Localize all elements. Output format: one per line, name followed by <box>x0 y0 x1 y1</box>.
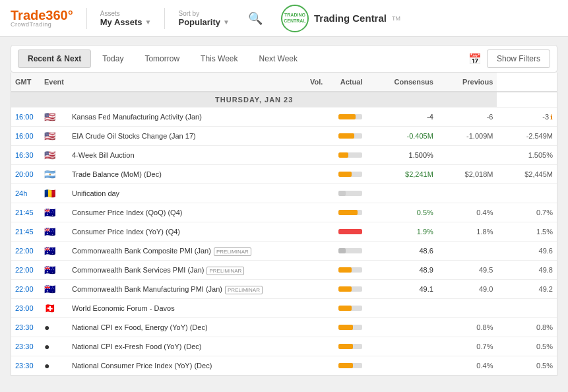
event-vol <box>327 356 366 376</box>
event-flag: 🇦🇺 <box>40 203 68 222</box>
show-filters-button[interactable]: Show Filters <box>487 49 550 68</box>
event-name: Commonwealth Bank Manufacturing PMI (Jan… <box>68 280 327 299</box>
event-time: 16:00 <box>11 108 40 127</box>
event-previous: 1.5% <box>497 222 557 242</box>
event-vol <box>327 222 366 242</box>
event-flag: 🇺🇸 <box>40 146 68 165</box>
event-consensus <box>437 299 497 318</box>
event-time: 22:00 <box>11 261 40 280</box>
assets-label: Assets <box>100 10 152 17</box>
event-flag: 🇷🇴 <box>40 184 68 203</box>
event-name: Trade Balance (MoM) (Dec) <box>68 165 327 184</box>
separator-2 <box>164 8 165 29</box>
event-flag: 🇺🇸 <box>40 108 68 127</box>
logo: Trade360° CrowdTrading <box>11 9 73 28</box>
sort-value: Popularity ▼ <box>178 17 229 27</box>
event-name: World Economic Forum - Davos <box>68 299 327 318</box>
event-flag: 🇦🇷 <box>40 165 68 184</box>
sort-dropdown[interactable]: Sort by Popularity ▼ <box>178 10 229 27</box>
event-previous: -3ℹ <box>497 108 557 127</box>
event-actual: $2,241M <box>366 165 437 184</box>
event-actual <box>366 337 437 356</box>
event-previous: 1.505% <box>497 146 557 165</box>
prelim-badge: PRELIMINAR <box>214 247 251 256</box>
sort-label: Sort by <box>178 10 229 17</box>
event-name: Commonwealth Bank Services PMI (Jan)PREL… <box>68 261 327 280</box>
prelim-badge: PRELIMINAR <box>225 286 263 294</box>
col-actual: Actual <box>327 73 366 92</box>
table-row: 23:30●National Consumer Price Index (YoY… <box>11 356 557 376</box>
event-actual: 48.6 <box>366 242 437 261</box>
event-consensus: 0.8% <box>437 318 497 337</box>
event-previous <box>497 299 557 318</box>
event-name: Consumer Price Index (YoY) (Q4) <box>68 222 327 242</box>
table-row: 22:00🇦🇺Commonwealth Bank Manufacturing P… <box>11 280 557 299</box>
tc-tm: TM <box>392 15 400 22</box>
event-previous: 49.2 <box>497 280 557 299</box>
tab-this-week[interactable]: This Week <box>191 49 247 68</box>
event-name: Kansas Fed Manufacturing Activity (Jan) <box>68 108 327 127</box>
event-name: 4-Week Bill Auction <box>68 146 327 165</box>
table-row: 20:00🇦🇷Trade Balance (MoM) (Dec)$2,241M$… <box>11 165 557 184</box>
event-name: National CPI ex-Fresh Food (YoY) (Dec) <box>68 337 327 356</box>
event-flag: ● <box>40 318 68 337</box>
calendar-icon[interactable]: 📅 <box>468 53 482 65</box>
event-consensus <box>437 242 497 261</box>
table-row: 16:30🇺🇸4-Week Bill Auction1.500%1.505% <box>11 146 557 165</box>
event-actual <box>366 318 437 337</box>
event-flag: 🇦🇺 <box>40 222 68 242</box>
logo-subtext: CrowdTrading <box>11 22 73 28</box>
event-actual: 48.9 <box>366 261 437 280</box>
filter-bar: Recent & Next Today Tomorrow This Week N… <box>11 45 557 73</box>
event-consensus: $2,018M <box>437 165 497 184</box>
event-name: National Consumer Price Index (YoY) (Dec… <box>68 356 327 376</box>
table-row: 23:30●National CPI ex-Fresh Food (YoY) (… <box>11 337 557 356</box>
event-previous: 0.8% <box>497 318 557 337</box>
event-flag: ● <box>40 356 68 376</box>
table-row: 24h🇷🇴Unification day <box>11 184 557 203</box>
event-vol <box>327 108 366 127</box>
col-consensus: Consensus <box>366 73 437 92</box>
trading-central: TRADINGCENTRAL Trading Central TM <box>281 5 400 32</box>
table-row: 22:00🇦🇺Commonwealth Bank Services PMI (J… <box>11 261 557 280</box>
event-vol <box>327 146 366 165</box>
tab-tomorrow[interactable]: Tomorrow <box>135 49 189 68</box>
table-row: 16:00🇺🇸EIA Crude Oil Stocks Change (Jan … <box>11 127 557 146</box>
assets-chevron: ▼ <box>145 18 152 26</box>
event-time: 20:00 <box>11 165 40 184</box>
event-vol <box>327 318 366 337</box>
prelim-badge: PRELIMINAR <box>206 267 244 275</box>
event-time: 21:45 <box>11 222 40 242</box>
tab-recent-next[interactable]: Recent & Next <box>18 49 91 68</box>
assets-dropdown[interactable]: Assets My Assets ▼ <box>100 10 152 27</box>
search-icon[interactable]: 🔍 <box>248 11 263 26</box>
event-name: Consumer Price Index (QoQ) (Q4) <box>68 203 327 222</box>
event-previous: $2,445M <box>497 165 557 184</box>
event-name: Unification day <box>68 184 327 203</box>
event-previous <box>497 184 557 203</box>
event-vol <box>327 165 366 184</box>
event-consensus: 0.4% <box>437 356 497 376</box>
events-table: GMT Event Vol. Actual Consensus Previous… <box>11 73 557 376</box>
event-flag: 🇦🇺 <box>40 261 68 280</box>
event-previous: -2.549M <box>497 127 557 146</box>
tab-next-week[interactable]: Next Week <box>249 49 307 68</box>
tab-today[interactable]: Today <box>92 49 133 68</box>
event-vol <box>327 184 366 203</box>
event-actual: 1.500% <box>366 146 437 165</box>
event-flag: 🇦🇺 <box>40 280 68 299</box>
table-row: 23:00🇨🇭World Economic Forum - Davos <box>11 299 557 318</box>
event-flag: 🇺🇸 <box>40 127 68 146</box>
event-consensus: 1.8% <box>437 222 497 242</box>
assets-value: My Assets ▼ <box>100 17 152 27</box>
section-header: THURSDAY, JAN 23 <box>11 92 497 108</box>
event-time: 16:30 <box>11 146 40 165</box>
event-time: 22:00 <box>11 242 40 261</box>
event-vol <box>327 203 366 222</box>
event-vol <box>327 337 366 356</box>
table-row: 21:45🇦🇺Consumer Price Index (QoQ) (Q4)0.… <box>11 203 557 222</box>
logo-text: Trade <box>11 8 46 22</box>
event-previous: 0.5% <box>497 356 557 376</box>
event-consensus <box>437 184 497 203</box>
table-container: GMT Event Vol. Actual Consensus Previous… <box>11 73 557 376</box>
